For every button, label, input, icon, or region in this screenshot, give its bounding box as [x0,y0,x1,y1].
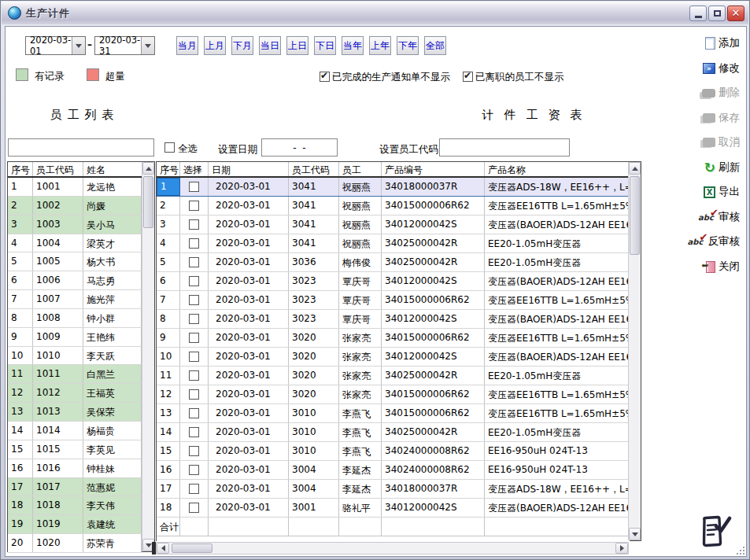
piecework-row[interactable]: 152020-03-013010李燕飞34024000008R62EE16-95… [157,442,630,461]
employee-row[interactable]: 121012王福英 [8,384,142,403]
sidebar-button-修改[interactable]: »修改 [703,58,740,79]
range-button-上年[interactable]: 上年 [369,36,391,55]
sidebar-button-添加[interactable]: 添加 [705,33,740,53]
piecework-row[interactable]: 162020-03-013004李延杰34024000008R62EE16-95… [157,461,630,480]
piecework-row[interactable]: 82020-03-013023覃庆哥34012000042S变压器(BAOER)… [157,310,630,329]
piecework-row[interactable]: 172020-03-013004李延杰34018000037R变压器ADS-18… [157,480,630,499]
sidebar-button-审核[interactable]: abc审核 [698,207,740,227]
piecework-row[interactable]: 62020-03-013023覃庆哥34012000042S变压器(BAOER)… [157,272,630,291]
employee-row[interactable]: 141014杨福贵 [8,422,142,440]
scroll-up-icon[interactable] [629,162,641,175]
piecework-row[interactable]: 112020-03-013020张家亮34025000042REE20-1.05… [157,367,630,385]
scroll-up-icon[interactable] [142,162,154,175]
scroll-down-icon[interactable] [629,528,641,540]
employee-row[interactable]: 71007施光萍 [8,290,142,309]
range-button-当年[interactable]: 当年 [342,36,364,55]
date-to-dropdown-icon[interactable] [141,37,154,54]
employee-row[interactable]: 41004梁英才 [8,234,142,253]
row-checkbox[interactable] [189,219,199,230]
col-header-product-name[interactable]: 产品名称 [485,162,630,176]
hscrollbar-thumb[interactable] [172,543,212,553]
row-checkbox[interactable] [189,201,199,211]
filter-completed-checkbox[interactable] [320,72,330,82]
employee-row[interactable]: 201020苏荣青 [8,534,142,553]
employee-row[interactable]: 31003吴小马 [8,216,142,234]
col-header-emp-code[interactable]: 员工代码 [289,162,339,176]
sidebar-button-导出[interactable]: X导出 [704,182,740,202]
resize-grip[interactable] [735,545,744,554]
range-button-当日[interactable]: 当日 [259,36,281,55]
piecework-row[interactable]: 12020-03-013041祝丽燕34018000037R变压器ADS-18W… [157,178,630,197]
employee-row[interactable]: 101010李天跃 [8,347,142,366]
scrollbar-thumb[interactable] [143,176,153,228]
employee-row[interactable]: 21002尚媛 [8,197,142,216]
employee-row[interactable]: 51005杨大书 [8,252,142,271]
maximize-button[interactable] [708,6,726,21]
range-button-上日[interactable]: 上日 [286,36,308,55]
employee-row[interactable]: 11001龙远艳 [8,178,142,197]
row-checkbox[interactable] [189,352,199,362]
row-checkbox[interactable] [189,389,199,400]
piecework-table-scrollbar[interactable] [628,162,641,540]
employee-row[interactable]: 81008钟小群 [8,309,142,328]
piecework-row[interactable]: 182020-03-013001骆礼平34012000042S变压器(BAOER… [157,499,630,518]
select-all-checkbox[interactable] [164,142,175,153]
row-checkbox[interactable] [189,427,199,437]
employee-table-scrollbar[interactable] [142,162,154,551]
piecework-row[interactable]: 102020-03-013020张家亮34012000042S变压器(BAOER… [157,348,630,367]
scrollbar-thumb[interactable] [630,176,640,255]
col-header-no[interactable]: 序号 [157,162,180,176]
range-button-下日[interactable]: 下日 [314,36,336,55]
date-from-dropdown-icon[interactable] [72,37,85,54]
piecework-row[interactable]: 142020-03-013010李燕飞34025000042REE20-1.05… [157,423,630,442]
set-employee-code-input[interactable] [439,138,570,157]
row-checkbox[interactable] [189,484,199,494]
row-checkbox[interactable] [189,295,199,305]
sidebar-button-刷新[interactable]: ↻刷新 [704,157,740,178]
row-checkbox[interactable] [189,408,199,418]
row-checkbox[interactable] [189,503,199,513]
employee-row[interactable]: 161016钟桂妹 [8,459,142,478]
range-button-全部[interactable]: 全部 [424,36,446,55]
row-checkbox[interactable] [189,182,199,192]
sidebar-button-关闭[interactable]: 关闭 [706,256,740,277]
filter-resigned-checkbox[interactable] [463,72,473,82]
row-checkbox[interactable] [189,333,199,343]
date-from-combo[interactable]: 2020-03-01 [25,36,86,55]
row-checkbox[interactable] [189,446,199,456]
titlebar[interactable]: 生产计件 ✕ [2,2,748,24]
col-header-select[interactable]: 选择 [180,162,209,176]
row-checkbox[interactable] [189,238,199,249]
piecework-row[interactable]: 22020-03-013041祝丽燕34015000006R62变压器EE16T… [157,197,630,216]
col-header-code[interactable]: 员工代码 [33,162,83,176]
set-date-input[interactable] [261,138,338,157]
employee-row[interactable]: 181018李天伟 [8,496,142,515]
range-button-上月[interactable]: 上月 [204,36,226,55]
range-button-当月[interactable]: 当月 [176,36,198,55]
piecework-row[interactable]: 32020-03-013041祝丽燕34012000042S变压器(BAOER)… [157,216,630,234]
row-checkbox[interactable] [189,370,199,381]
employee-row[interactable]: 131013吴保荣 [8,403,142,422]
range-button-下月[interactable]: 下月 [231,36,253,55]
col-header-name[interactable]: 姓名 [83,162,142,176]
row-checkbox[interactable] [189,257,199,267]
col-header-no[interactable]: 序号 [8,162,33,176]
col-header-product-code[interactable]: 产品编号 [382,162,485,176]
employee-row[interactable]: 111011白黑兰 [8,365,142,384]
employee-row[interactable]: 151015李英见 [8,440,142,459]
scroll-left-icon[interactable] [157,543,169,554]
date-to-combo[interactable]: 2020-03-31 [94,36,155,55]
close-button[interactable]: ✕ [727,6,744,21]
piecework-hscrollbar[interactable] [156,542,629,554]
col-header-date[interactable]: 日期 [209,162,289,176]
range-button-下年[interactable]: 下年 [397,36,419,55]
employee-row[interactable]: 61006马志勇 [8,271,142,290]
employee-row[interactable]: 191019袁建统 [8,515,142,534]
piecework-row[interactable]: 122020-03-013020张家亮34015000006R62变压器EE16… [157,385,630,404]
piecework-row[interactable]: 42020-03-013041祝丽燕34025000042REE20-1.05m… [157,234,630,253]
piecework-row[interactable]: 52020-03-013036梅伟俊34025000042REE20-1.05m… [157,253,630,272]
employee-row[interactable]: 91009王艳纬 [8,328,142,347]
sidebar-button-反审核[interactable]: abc反审核 [688,231,741,252]
scroll-right-icon[interactable] [615,543,628,554]
col-header-emp[interactable]: 员工 [339,162,382,176]
